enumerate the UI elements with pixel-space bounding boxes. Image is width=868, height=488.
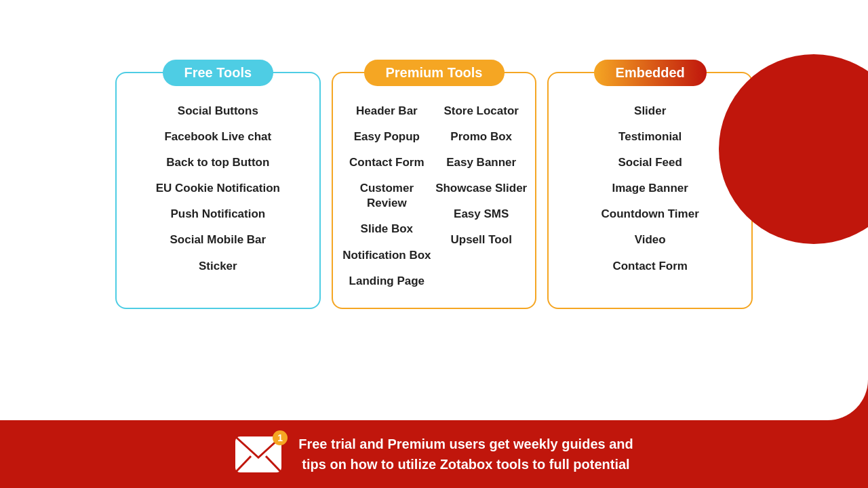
embedded-tool-7: Contact Form [612, 253, 688, 279]
banner-line1: Free trial and Premium users get weekly … [298, 436, 633, 451]
free-tool-3: Back to top Button [166, 150, 269, 176]
embedded-tool-4: Image Banner [612, 176, 688, 201]
premium-col-left: Header Bar Easy Popup Contact Form Custo… [340, 98, 434, 294]
free-tool-5: Push Notification [170, 201, 265, 227]
free-tool-6: Social Mobile Bar [170, 227, 266, 253]
premium-right-3: Easy Banner [446, 150, 516, 176]
premium-right-1: Store Locator [443, 98, 519, 124]
email-icon-wrapper: 1 [235, 436, 282, 473]
premium-left-4: Customer Review [340, 176, 434, 216]
premium-left-3: Contact Form [349, 150, 425, 176]
embedded-tool-3: Social Feed [618, 150, 682, 176]
free-tool-2: Facebook Live chat [164, 124, 271, 150]
premium-left-2: Easy Popup [354, 124, 420, 150]
free-tool-4: EU Cookie Notification [156, 176, 280, 201]
embedded-tool-6: Video [635, 227, 666, 253]
free-tool-7: Sticker [199, 253, 237, 279]
free-tools-column: Free Tools Social Buttons Facebook Live … [115, 72, 321, 309]
premium-right-2: Promo Box [450, 124, 512, 150]
embedded-tool-5: Countdown Timer [601, 201, 699, 227]
premium-tools-inner: Header Bar Easy Popup Contact Form Custo… [340, 98, 529, 294]
free-tool-1: Social Buttons [178, 98, 258, 124]
premium-left-7: Landing Page [349, 268, 425, 294]
notification-badge: 1 [273, 430, 288, 445]
embedded-tool-1: Slider [634, 98, 666, 124]
premium-left-1: Header Bar [356, 98, 418, 124]
premium-right-5: Easy SMS [454, 201, 509, 227]
banner-text: Free trial and Premium users get weekly … [298, 434, 633, 474]
embedded-tool-2: Testimonial [618, 124, 682, 150]
bottom-banner: 1 Free trial and Premium users get weekl… [0, 420, 868, 488]
premium-tools-badge: Premium Tools [364, 60, 505, 86]
free-tools-badge: Free Tools [163, 60, 274, 86]
premium-right-6: Upsell Tool [451, 227, 512, 253]
premium-right-4: Showcase Slider [435, 176, 527, 201]
columns-row: Free Tools Social Buttons Facebook Live … [102, 65, 766, 316]
premium-col-right: Store Locator Promo Box Easy Banner Show… [434, 98, 528, 294]
banner-line2: tips on how to utilize Zotabox tools to … [302, 457, 629, 472]
premium-tools-column: Premium Tools Header Bar Easy Popup Cont… [332, 72, 537, 309]
premium-left-6: Notification Box [342, 243, 431, 268]
premium-left-5: Slide Box [361, 216, 413, 242]
embedded-tools-column: Embedded Slider Testimonial Social Feed … [547, 72, 753, 309]
embedded-tools-badge: Embedded [594, 60, 707, 86]
